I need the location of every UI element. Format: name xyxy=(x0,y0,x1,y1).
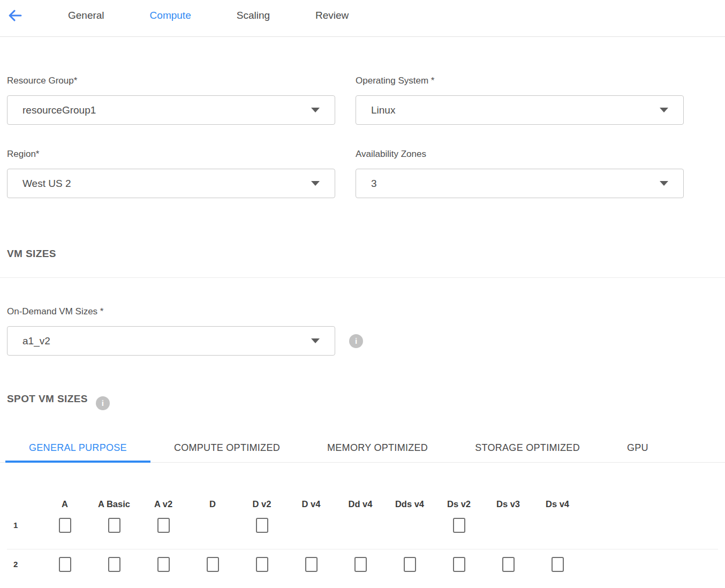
field-label: Availability Zones xyxy=(356,148,684,160)
column-header: Ds v3 xyxy=(496,499,520,509)
tab-review[interactable]: Review xyxy=(315,10,349,21)
vm-size-checkbox[interactable] xyxy=(59,557,71,572)
select-value: West US 2 xyxy=(22,178,71,190)
vm-size-checkbox[interactable] xyxy=(354,557,367,572)
spot-tab-gpu[interactable]: GPU xyxy=(603,436,672,463)
vm-size-cell xyxy=(108,557,120,572)
on-demand-section: On-Demand VM Sizes * a1_v2 i xyxy=(7,306,718,356)
vm-size-checkbox[interactable] xyxy=(502,557,515,572)
column-header: A v2 xyxy=(154,499,172,509)
spot-vm-sizes-heading: SPOT VM SIZES xyxy=(7,393,88,405)
tab-compute[interactable]: Compute xyxy=(150,10,191,21)
row-label: 2 xyxy=(7,560,18,569)
row-label: 1 xyxy=(7,521,18,530)
section-divider xyxy=(0,277,725,278)
field-label: On-Demand VM Sizes * xyxy=(7,306,718,317)
vm-size-table: AA BasicA v2DD v2D v4Dd v4Dds v4Ds v2Ds … xyxy=(7,499,718,572)
select-value: 3 xyxy=(371,178,377,190)
form-grid: Resource Group* resourceGroup1 Operating… xyxy=(7,75,718,198)
vm-size-checkbox[interactable] xyxy=(157,518,170,533)
column-header: Ds v4 xyxy=(546,499,569,509)
chevron-down-icon xyxy=(311,181,320,186)
spot-tab-storage-optimized[interactable]: STORAGE OPTIMIZED xyxy=(451,436,603,463)
vm-size-cell xyxy=(453,557,465,572)
table-row: 2 xyxy=(7,549,718,572)
vm-size-checkbox[interactable] xyxy=(305,557,318,572)
vm-size-checkbox[interactable] xyxy=(59,518,71,533)
arrow-left-icon xyxy=(6,7,24,24)
field-label: Region* xyxy=(7,148,335,160)
vm-size-checkbox[interactable] xyxy=(157,557,170,572)
form-field: Region* West US 2 xyxy=(7,148,335,198)
vm-size-checkbox[interactable] xyxy=(453,557,465,572)
info-icon[interactable]: i xyxy=(96,396,110,410)
vm-size-cell xyxy=(59,518,71,533)
form-field: Operating System * Linux xyxy=(356,75,684,125)
column-header: Ds v2 xyxy=(447,499,471,509)
column-header: A Basic xyxy=(98,499,130,509)
vm-size-checkbox[interactable] xyxy=(207,557,219,572)
vm-size-cell xyxy=(354,557,367,572)
spot-tab-memory-optimized[interactable]: MEMORY OPTIMIZED xyxy=(304,436,451,463)
column-header: D xyxy=(209,499,216,509)
table-row: 1 xyxy=(7,509,718,549)
vm-size-checkbox[interactable] xyxy=(552,557,564,572)
form-field: Availability Zones 3 xyxy=(356,148,684,198)
chevron-down-icon xyxy=(660,108,668,112)
spot-tab-general-purpose[interactable]: GENERAL PURPOSE xyxy=(5,436,150,463)
back-button[interactable] xyxy=(6,6,24,25)
vm-size-cell xyxy=(108,518,120,533)
nav-tabs: GeneralComputeScalingReview xyxy=(68,10,349,21)
vm-size-checkbox[interactable] xyxy=(108,518,120,533)
vm-size-cell xyxy=(207,557,219,572)
info-icon[interactable]: i xyxy=(349,334,363,348)
tab-scaling[interactable]: Scaling xyxy=(237,10,270,21)
field-label: Resource Group* xyxy=(7,75,335,86)
vm-size-cell xyxy=(305,557,318,572)
vm-size-cell xyxy=(256,557,268,572)
select-value: a1_v2 xyxy=(22,335,50,347)
vm-size-checkbox[interactable] xyxy=(453,518,465,533)
vm-size-cell xyxy=(453,518,465,533)
availability-zones-dropdown[interactable]: 3 xyxy=(356,169,684,198)
on-demand-vm-sizes-dropdown[interactable]: a1_v2 xyxy=(7,326,335,356)
vm-size-cell xyxy=(404,557,416,572)
column-header: A xyxy=(62,499,68,509)
vm-table-body: 1 2 xyxy=(7,509,718,572)
chevron-down-icon xyxy=(311,338,320,343)
column-header: D v2 xyxy=(253,499,271,509)
vm-size-cell xyxy=(552,557,564,572)
chevron-down-icon xyxy=(660,181,668,186)
select-value: Linux xyxy=(371,104,395,116)
select-value: resourceGroup1 xyxy=(22,104,96,116)
chevron-down-icon xyxy=(311,108,320,112)
vm-size-checkbox[interactable] xyxy=(256,557,268,572)
region-dropdown[interactable]: West US 2 xyxy=(7,169,335,198)
vm-sizes-heading: VM SIZES xyxy=(7,248,718,260)
vm-size-checkbox[interactable] xyxy=(108,557,120,572)
spot-tabs: GENERAL PURPOSECOMPUTE OPTIMIZEDMEMORY O… xyxy=(5,436,718,463)
vm-size-cell xyxy=(256,518,268,533)
compute-step-content: Resource Group* resourceGroup1 Operating… xyxy=(0,75,725,572)
spot-tab-compute-optimized[interactable]: COMPUTE OPTIMIZED xyxy=(150,436,304,463)
resource-group-dropdown[interactable]: resourceGroup1 xyxy=(7,95,335,125)
column-header: D v4 xyxy=(302,499,321,509)
wizard-nav: GeneralComputeScalingReview xyxy=(0,0,725,37)
vm-size-checkbox[interactable] xyxy=(404,557,416,572)
field-label: Operating System * xyxy=(356,75,684,86)
column-header: Dd v4 xyxy=(349,499,373,509)
spot-vm-sizes-header: SPOT VM SIZES i xyxy=(7,393,718,413)
vm-size-checkbox[interactable] xyxy=(256,518,268,533)
vm-table-header: AA BasicA v2DD v2D v4Dd v4Dds v4Ds v2Ds … xyxy=(7,499,718,509)
form-field: Resource Group* resourceGroup1 xyxy=(7,75,335,125)
vm-size-cell xyxy=(157,518,170,533)
column-header: Dds v4 xyxy=(395,499,424,509)
operating-system--dropdown[interactable]: Linux xyxy=(356,95,684,125)
vm-size-cell xyxy=(502,557,515,572)
tab-general[interactable]: General xyxy=(68,10,104,21)
vm-size-cell xyxy=(157,557,170,572)
vm-size-cell xyxy=(59,557,71,572)
